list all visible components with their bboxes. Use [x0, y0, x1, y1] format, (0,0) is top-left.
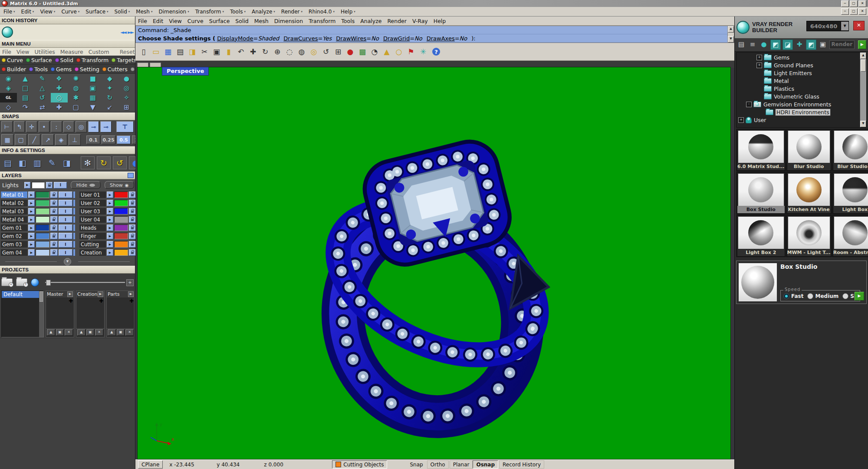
status-cell[interactable]: CPlane: [138, 460, 163, 469]
layer-expand-button[interactable]: ▶: [28, 216, 35, 223]
toolbox-tool-icon[interactable]: ↙: [101, 102, 118, 112]
layer-name[interactable]: User 02: [79, 200, 106, 206]
rhino-tool-icon[interactable]: ▲: [381, 46, 392, 58]
layer-expand-button[interactable]: ▶: [107, 216, 113, 223]
layer-color-swatch[interactable]: [114, 200, 128, 206]
rhino-tool-icon[interactable]: ⚑: [405, 46, 417, 58]
menu-item[interactable]: Rhino4.0: [309, 9, 335, 15]
hide-toggle[interactable]: Hide: [71, 181, 100, 189]
category-tab[interactable]: Cutters: [102, 66, 128, 73]
menu-item[interactable]: Render: [281, 9, 302, 15]
layer-color-swatch[interactable]: [36, 208, 49, 215]
rhino-menu-item[interactable]: File: [138, 18, 147, 24]
layer-expand-button[interactable]: ▶: [107, 241, 113, 248]
layer-color-swatch[interactable]: [36, 233, 49, 239]
snap-button[interactable]: ◇: [63, 121, 75, 132]
chevron-down-icon[interactable]: ▼: [841, 22, 848, 30]
tree-item-label[interactable]: Plastics: [774, 86, 794, 92]
column-delete-button[interactable]: ✕: [95, 329, 103, 336]
layer-name[interactable]: Gem 02: [1, 233, 27, 239]
rhino-tool-icon[interactable]: ◨: [187, 46, 198, 58]
column-delete-button[interactable]: ✕: [125, 329, 134, 336]
rhino-tool-icon[interactable]: ▭: [150, 46, 161, 58]
rhino-menu-item[interactable]: Analyze: [360, 18, 381, 24]
layer-color-swatch[interactable]: [114, 241, 128, 248]
command-option[interactable]: DisplayMode=Shaded: [217, 35, 279, 42]
rhino-tool-icon[interactable]: ▣: [211, 46, 222, 58]
snap-button[interactable]: ✛: [26, 121, 37, 132]
layer-visibility-toggle[interactable]: I: [59, 233, 72, 239]
layer-lock-icon[interactable]: [50, 216, 58, 223]
history-forward-icon[interactable]: ►►: [128, 30, 133, 35]
rhino-tool-icon[interactable]: ●: [345, 46, 356, 58]
rhino-menu-item[interactable]: Render: [387, 18, 407, 24]
toolbox-tool-icon[interactable]: GL: [0, 93, 17, 102]
column-add-button[interactable]: ✚: [129, 298, 134, 304]
scroll-down-icon[interactable]: ▼: [728, 36, 734, 43]
environment-thumbnail[interactable]: Light Box 2: [736, 215, 786, 257]
layer-visibility-toggle[interactable]: I: [59, 216, 72, 223]
vray-tool-icon[interactable]: ◩: [770, 40, 781, 50]
toolbox-tool-icon[interactable]: ◉: [0, 74, 17, 83]
rhino-tool-icon[interactable]: ↻: [260, 46, 271, 58]
layer-name[interactable]: User 01: [79, 192, 106, 198]
show-toggle[interactable]: Show◉: [105, 181, 134, 189]
layer-expand-button[interactable]: ▶: [28, 200, 35, 206]
category-tab[interactable]: Solid: [55, 57, 73, 63]
tree-item-label[interactable]: Gems: [774, 54, 789, 61]
rhino-tool-icon[interactable]: ▮: [223, 46, 234, 58]
rhino-tool-icon[interactable]: ▤: [174, 46, 186, 58]
toolbox-tool-icon[interactable]: △: [34, 83, 51, 93]
mdi-control-button[interactable]: ▢: [850, 8, 858, 15]
rhino-menu-item[interactable]: Tools: [341, 18, 355, 24]
layer-expand-button[interactable]: ▶: [107, 192, 113, 198]
tree-expander-icon[interactable]: +: [756, 55, 762, 60]
environment-thumbnail[interactable]: 6.0 Matrix Stud...: [736, 129, 786, 171]
toolbox-tool-icon[interactable]: ◎: [118, 83, 135, 93]
snap-mode-button[interactable]: ↗: [42, 134, 54, 145]
toolbox-tool-icon[interactable]: ✺: [68, 74, 85, 83]
snap-value-button[interactable]: 0.1: [86, 135, 100, 144]
layer-color-swatch[interactable]: [114, 249, 128, 256]
layer-name[interactable]: Metal 04: [1, 216, 27, 223]
project-list-scrollbar[interactable]: [39, 291, 43, 337]
layer-visibility-toggle[interactable]: I: [59, 192, 72, 198]
toolbox-tool-icon[interactable]: □: [17, 83, 34, 93]
category-tab[interactable]: Surface: [26, 57, 52, 63]
main-menu-item[interactable]: Utilities: [35, 49, 55, 55]
toolbox-tool-icon[interactable]: ✧: [118, 93, 135, 102]
rhino-tool-icon[interactable]: ◍: [296, 46, 307, 58]
tree-item[interactable]: + Gems: [736, 53, 860, 61]
status-cell[interactable]: y 40.434: [214, 461, 261, 468]
tree-item-label[interactable]: Metal: [774, 78, 789, 84]
rhino-tool-icon[interactable]: ▦: [162, 46, 174, 58]
rhino-tool-icon[interactable]: ▩: [357, 46, 368, 58]
settings-tool-icon[interactable]: ↺: [113, 156, 127, 169]
environment-thumbnail[interactable]: Blur Studio 2: [832, 129, 868, 171]
render-play-button[interactable]: ▶: [858, 40, 866, 49]
tree-item-label[interactable]: Volumetric Glass: [774, 93, 819, 100]
snap-button[interactable]: ⊢: [1, 121, 13, 132]
toolbox-tool-icon[interactable]: ▦: [84, 93, 101, 102]
environment-thumbnail[interactable]: MWM - Light T...: [786, 215, 832, 257]
rhino-tool-icon[interactable]: ⊞: [332, 46, 344, 58]
tree-item[interactable]: + User: [736, 116, 860, 124]
toolbox-tool-icon[interactable]: ↺: [34, 93, 51, 102]
tree-item-label[interactable]: Ground Planes: [774, 62, 813, 69]
snap-mode-button[interactable]: ╱: [28, 134, 40, 145]
status-cell[interactable]: Ortho: [427, 460, 449, 469]
slider-add-button[interactable]: +: [126, 279, 134, 286]
info-tool-icon[interactable]: ✎: [46, 157, 59, 169]
layer-name[interactable]: Gem 01: [1, 225, 27, 231]
rhino-tool-icon[interactable]: ✂: [199, 46, 210, 58]
menu-item[interactable]: Curve: [61, 9, 79, 15]
project-slider[interactable]: +: [45, 279, 134, 285]
column-save-button[interactable]: ▣: [117, 329, 125, 336]
layer-color-swatch[interactable]: [36, 241, 49, 248]
main-menu-item[interactable]: Measure: [60, 49, 83, 55]
rhino-tool-icon[interactable]: ◎: [308, 46, 319, 58]
layer-color-swatch[interactable]: [114, 208, 128, 215]
window-control-button[interactable]: ▢: [850, 0, 858, 7]
info-tool-icon[interactable]: ▥: [31, 157, 44, 169]
rhino-tool-icon[interactable]: ↺: [320, 46, 332, 58]
